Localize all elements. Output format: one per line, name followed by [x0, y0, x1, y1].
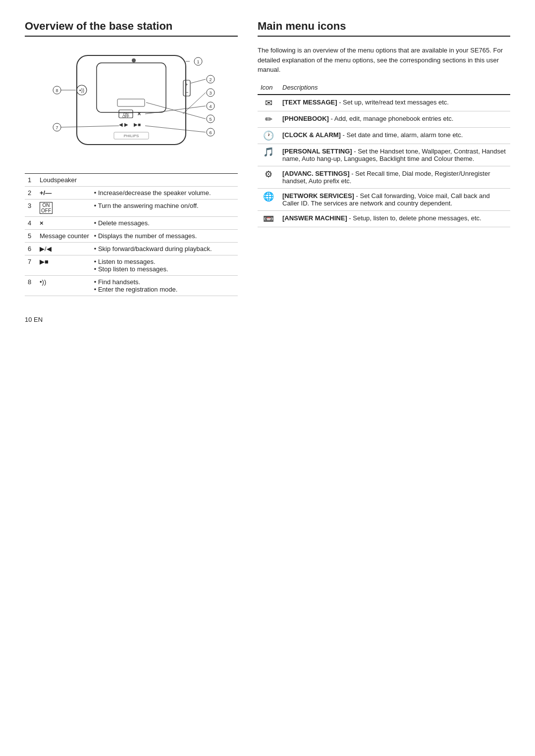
part-name: •))	[37, 276, 92, 296]
menu-icon: ✏	[258, 111, 279, 127]
menu-icon: 📼	[258, 210, 279, 227]
svg-text:2: 2	[209, 77, 212, 82]
part-number: 6	[25, 243, 37, 255]
svg-line-39	[145, 126, 206, 132]
svg-text:–: –	[185, 89, 189, 95]
table-row: 2+/—Increase/decrease the speaker volume…	[25, 187, 238, 200]
page-footer: 10 EN	[25, 316, 510, 323]
page-number: 10 EN	[25, 316, 43, 323]
svg-point-2	[132, 58, 136, 62]
part-number: 1	[25, 174, 37, 187]
part-name: Message counter	[37, 230, 92, 243]
icon-row: 🕐[CLOCK & ALARM] - Set date and time, al…	[258, 127, 510, 144]
part-number: 8	[25, 276, 37, 296]
part-number: 7	[25, 255, 37, 276]
table-row: 5Message counterDisplays the number of m…	[25, 230, 238, 243]
part-description: Skip forward/backward during playback.	[92, 243, 238, 255]
part-name: Loudspeaker	[37, 174, 92, 187]
desc-col-header: Descriptions	[279, 82, 510, 95]
menu-description: [CLOCK & ALARM] - Set date and time, ala…	[279, 127, 510, 144]
svg-text:5: 5	[209, 117, 212, 122]
icon-row: 🎵[PERSONAL SETTING] - Set the Handset to…	[258, 144, 510, 166]
table-row: 4×Delete messages.	[25, 217, 238, 230]
menu-description: [ADVANC. SETTINGS] - Set Recall time, Di…	[279, 166, 510, 188]
svg-rect-0	[77, 55, 186, 145]
icon-row: 🌐[NETWORK SERVICES] - Set Call forwardin…	[258, 188, 510, 210]
svg-rect-10	[117, 99, 145, 106]
menu-icon: ⚙	[258, 166, 279, 188]
icon-row: 📼[ANSWER MACHINE] - Setup, listen to, de…	[258, 210, 510, 227]
part-number: 2	[25, 187, 37, 200]
icon-row: ✏[PHONEBOOK] - Add, edit, manage phonebo…	[258, 111, 510, 127]
menu-description: [PERSONAL SETTING] - Set the Handset ton…	[279, 144, 510, 166]
table-row: 8•))Find handsets.Enter the registration…	[25, 276, 238, 296]
part-number: 3	[25, 200, 37, 217]
svg-line-38	[146, 102, 206, 119]
svg-text:7: 7	[55, 125, 58, 130]
svg-line-37	[145, 106, 206, 114]
svg-text:OFF: OFF	[122, 115, 129, 118]
right-title: Main menu icons	[258, 20, 510, 37]
menu-description: [ANSWER MACHINE] - Setup, listen to, del…	[279, 210, 510, 227]
part-name: ONOFF	[37, 200, 92, 217]
part-description: Turn the answering machine on/off.	[92, 200, 238, 217]
svg-text:8: 8	[55, 88, 58, 93]
svg-text:3: 3	[209, 91, 212, 96]
left-column: Overview of the base station PHILIPS ON …	[25, 20, 238, 296]
part-description: Displays the number of messages.	[92, 230, 238, 243]
parts-table: 1Loudspeaker2+/—Increase/decrease the sp…	[25, 173, 238, 296]
part-name: ×	[37, 217, 92, 230]
menu-description: [TEXT MESSAGE] - Set up, write/read text…	[279, 95, 510, 111]
svg-text:4: 4	[209, 104, 212, 109]
part-description	[92, 174, 238, 187]
menu-icons-table: Icon Descriptions ✉[TEXT MESSAGE] - Set …	[258, 82, 510, 227]
menu-description: [PHONEBOOK] - Add, edit, manage phoneboo…	[279, 111, 510, 127]
part-name: +/—	[37, 187, 92, 200]
svg-text:6: 6	[209, 130, 212, 135]
menu-icon: 🎵	[258, 144, 279, 166]
left-title: Overview of the base station	[25, 20, 238, 37]
part-description: Listen to messages.Stop listen to messag…	[92, 255, 238, 276]
svg-text:PHILIPS: PHILIPS	[124, 134, 139, 138]
part-name: ▶︎■	[37, 255, 92, 276]
base-station-diagram: PHILIPS ON OFF × ◀ ▶ ▶■	[42, 46, 220, 164]
part-number: 4	[25, 217, 37, 230]
svg-text:×: ×	[137, 110, 141, 117]
intro-text: The following is an overview of the menu…	[258, 46, 510, 75]
svg-text:▶■: ▶■	[134, 122, 141, 127]
svg-text:•)): •))	[79, 88, 84, 93]
svg-line-35	[191, 79, 206, 83]
svg-text:+: +	[185, 82, 188, 87]
table-row: 3ONOFFTurn the answering machine on/off.	[25, 200, 238, 217]
menu-description: [NETWORK SERVICES] - Set Call forwarding…	[279, 188, 510, 210]
part-name: ▶︎/◀︎	[37, 243, 92, 255]
table-row: 6▶︎/◀︎Skip forward/backward during playb…	[25, 243, 238, 255]
icon-row: ✉[TEXT MESSAGE] - Set up, write/read tex…	[258, 95, 510, 111]
table-row: 7▶︎■Listen to messages.Stop listen to me…	[25, 255, 238, 276]
menu-icon: ✉	[258, 95, 279, 111]
part-number: 5	[25, 230, 37, 243]
part-description: Increase/decrease the speaker volume.	[92, 187, 238, 200]
svg-line-40	[61, 126, 119, 127]
menu-icon: 🌐	[258, 188, 279, 210]
icon-row: ⚙[ADVANC. SETTINGS] - Set Recall time, D…	[258, 166, 510, 188]
svg-text:1: 1	[197, 59, 199, 64]
icon-col-header: Icon	[258, 82, 279, 95]
diagram-container: PHILIPS ON OFF × ◀ ▶ ▶■	[25, 46, 238, 164]
part-description: Delete messages.	[92, 217, 238, 230]
part-description: Find handsets.Enter the registration mod…	[92, 276, 238, 296]
menu-icon: 🕐	[258, 127, 279, 144]
table-row: 1Loudspeaker	[25, 174, 238, 187]
svg-text:◀ ▶: ◀ ▶	[119, 122, 128, 127]
right-column: Main menu icons The following is an over…	[258, 20, 510, 227]
